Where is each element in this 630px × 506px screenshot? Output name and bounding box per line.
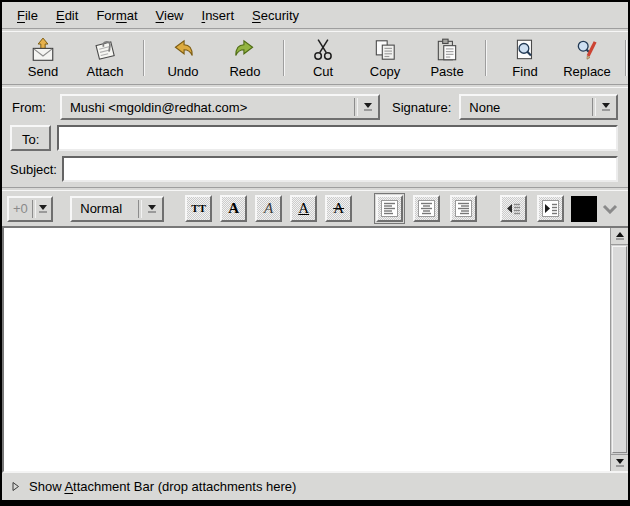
paragraph-style-combo[interactable]: Normal	[70, 196, 163, 222]
align-left-button[interactable]	[376, 195, 403, 222]
signature-label: Signature:	[392, 100, 451, 115]
menu-insert[interactable]: Insert	[193, 6, 244, 25]
scroll-up-button[interactable]	[611, 228, 628, 245]
copy-label: Copy	[370, 64, 400, 79]
paste-icon	[434, 37, 460, 63]
from-combo-value: Mushi <mgoldin@redhat.com>	[62, 100, 354, 115]
text-color-swatch[interactable]	[571, 196, 597, 222]
underline-button[interactable]: A	[290, 195, 317, 222]
combo-arrow-icon[interactable]	[596, 103, 616, 111]
toolbar-separator	[485, 40, 487, 76]
to-row: To:	[2, 123, 628, 153]
subject-row: Subject:	[2, 153, 628, 187]
menu-file[interactable]: File	[8, 6, 47, 25]
send-icon	[30, 37, 56, 63]
from-row: From: Mushi <mgoldin@redhat.com> Signatu…	[2, 88, 628, 123]
menu-edit[interactable]: Edit	[47, 6, 87, 25]
from-label: From:	[12, 100, 60, 115]
unindent-icon	[505, 200, 522, 217]
align-left-icon	[381, 200, 398, 217]
subject-label: Subject:	[10, 162, 62, 177]
replace-icon	[574, 37, 600, 63]
bold-button[interactable]: A	[220, 195, 247, 222]
scroll-down-button[interactable]	[611, 454, 628, 471]
redo-icon	[232, 37, 258, 63]
main-toolbar: Send Attach	[2, 32, 628, 84]
redo-label: Redo	[229, 64, 260, 79]
message-body-frame	[2, 226, 628, 473]
copy-icon	[372, 37, 398, 63]
bold-label: A	[228, 201, 239, 216]
send-label: Send	[28, 64, 58, 79]
toolbar-separator	[283, 40, 285, 76]
align-center-icon	[418, 200, 435, 217]
indent-icon	[542, 200, 559, 217]
attachment-bar-toggle[interactable]: Show Attachment Bar (drop attachments he…	[2, 473, 628, 500]
compose-window: File Edit Format View Insert Security Se…	[0, 0, 630, 506]
chevron-down-icon	[602, 204, 618, 214]
typewriter-button[interactable]: TT	[185, 195, 212, 222]
message-body-editor[interactable]	[4, 228, 610, 471]
paste-button[interactable]: Paste	[416, 35, 478, 81]
menu-view[interactable]: View	[147, 6, 193, 25]
attach-label: Attach	[87, 64, 124, 79]
format-overflow-chevron[interactable]	[600, 202, 620, 216]
combo-arrow-icon[interactable]	[142, 205, 162, 213]
format-toolbar: +0 Normal TT A A A	[2, 191, 628, 226]
to-button-label: To:	[22, 132, 39, 147]
cut-label: Cut	[313, 64, 333, 79]
redo-button[interactable]: Redo	[214, 35, 276, 81]
triangle-up-icon	[616, 232, 624, 237]
align-right-icon	[455, 200, 472, 217]
font-size-value: +0	[9, 201, 32, 216]
from-combo[interactable]: Mushi <mgoldin@redhat.com>	[60, 94, 380, 120]
to-button[interactable]: To:	[10, 125, 51, 151]
menu-security[interactable]: Security	[243, 6, 308, 25]
combo-arrow-icon[interactable]	[36, 205, 51, 213]
unindent-button[interactable]	[500, 195, 527, 222]
to-input[interactable]	[57, 125, 618, 151]
copy-button[interactable]: Copy	[354, 35, 416, 81]
attach-icon	[92, 37, 118, 63]
expander-triangle-icon	[12, 481, 20, 492]
undo-button[interactable]: Undo	[152, 35, 214, 81]
find-label: Find	[512, 64, 537, 79]
undo-label: Undo	[167, 64, 198, 79]
toolbar-separator	[143, 40, 145, 76]
italic-label: A	[264, 201, 273, 216]
cut-button[interactable]: Cut	[292, 35, 354, 81]
paste-label: Paste	[430, 64, 463, 79]
send-button[interactable]: Send	[12, 35, 74, 81]
font-size-combo[interactable]: +0	[7, 196, 53, 222]
find-button[interactable]: Find	[494, 35, 556, 81]
paragraph-style-value: Normal	[72, 201, 137, 216]
find-icon	[512, 37, 538, 63]
typewriter-label: TT	[191, 203, 206, 214]
scroll-thumb[interactable]	[612, 246, 627, 453]
menu-format[interactable]: Format	[87, 6, 146, 25]
align-center-button[interactable]	[413, 195, 440, 222]
align-right-button[interactable]	[450, 195, 477, 222]
subject-input[interactable]	[62, 156, 618, 182]
body-scrollbar[interactable]	[610, 228, 628, 471]
strikethrough-button[interactable]: A	[325, 195, 352, 222]
strikethrough-label: A	[333, 201, 344, 216]
combo-arrow-icon[interactable]	[358, 103, 378, 111]
cut-icon	[310, 37, 336, 63]
menubar: File Edit Format View Insert Security	[2, 2, 628, 28]
replace-button[interactable]: Replace	[556, 35, 618, 81]
signature-combo-value: None	[461, 100, 592, 115]
attachment-bar-label: Show Attachment Bar (drop attachments he…	[29, 479, 296, 494]
toolbar-separator	[625, 40, 627, 76]
attach-button[interactable]: Attach	[74, 35, 136, 81]
underline-label: A	[298, 201, 309, 216]
replace-label: Replace	[563, 64, 611, 79]
italic-button[interactable]: A	[255, 195, 282, 222]
undo-icon	[170, 37, 196, 63]
indent-button[interactable]	[537, 195, 564, 222]
triangle-down-icon	[616, 459, 624, 464]
signature-combo[interactable]: None	[459, 94, 618, 120]
